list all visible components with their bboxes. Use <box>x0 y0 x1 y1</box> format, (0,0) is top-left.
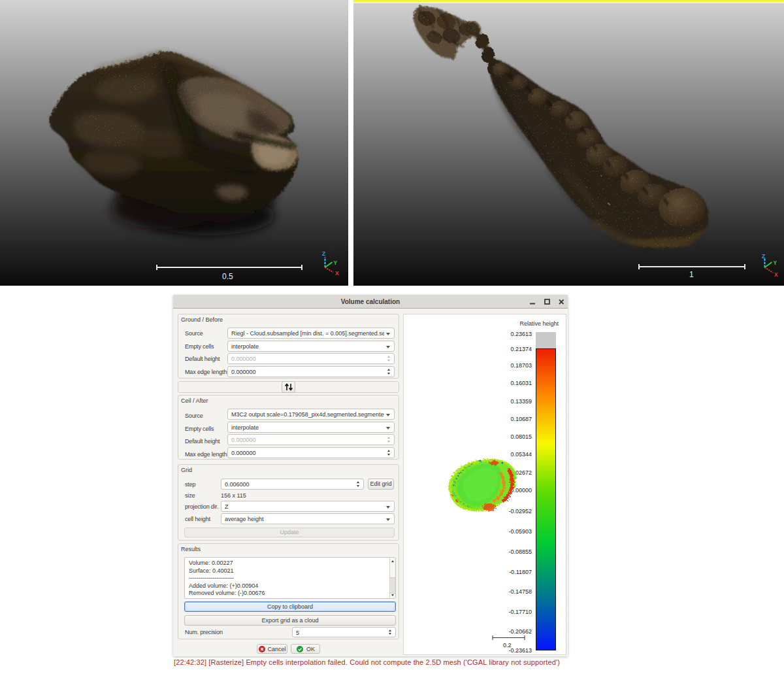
svg-text:Y: Y <box>774 260 777 266</box>
svg-text:Y: Y <box>334 260 338 266</box>
svg-text:X: X <box>774 271 778 278</box>
svg-text:X: X <box>335 270 339 277</box>
svg-text:Z: Z <box>322 250 325 257</box>
